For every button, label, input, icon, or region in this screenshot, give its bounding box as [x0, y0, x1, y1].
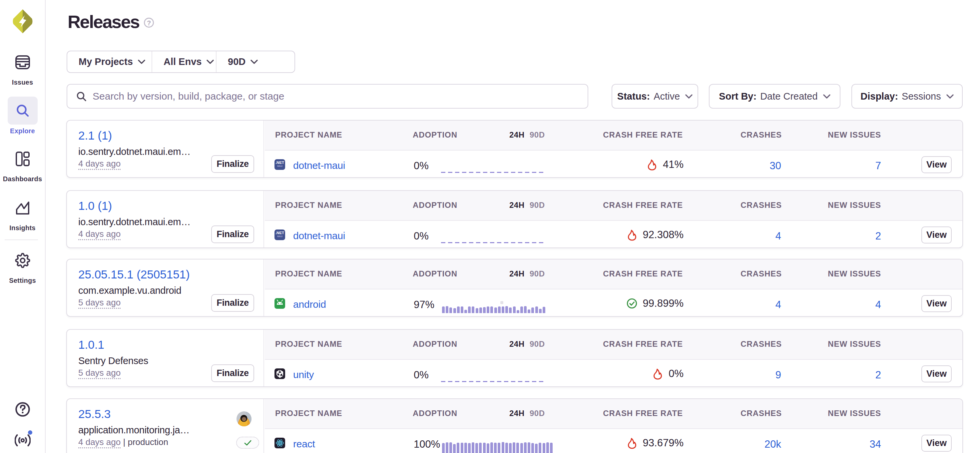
svg-text:MAUI: MAUI — [277, 165, 283, 167]
svg-text:.NET: .NET — [275, 231, 284, 235]
svg-text:MAUI: MAUI — [277, 235, 283, 237]
svg-text:.NET: .NET — [275, 161, 284, 165]
